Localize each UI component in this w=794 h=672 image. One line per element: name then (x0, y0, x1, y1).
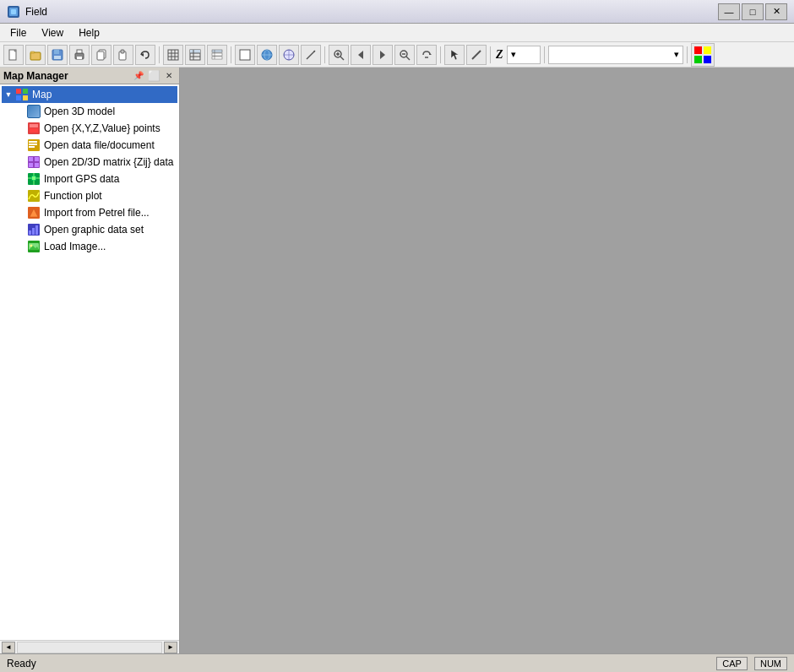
rotate-button[interactable] (416, 45, 437, 65)
toolbar-separator-4 (440, 46, 441, 63)
scroll-left-button[interactable]: ◄ (2, 642, 15, 653)
num-indicator: NUM (754, 657, 787, 670)
tree-item-loadimage[interactable]: Load Image... (2, 238, 177, 255)
data-icon (27, 138, 41, 152)
scroll-right-button[interactable]: ► (164, 642, 177, 653)
tree-scrollbar: ◄ ► (0, 640, 179, 653)
tree-item-open3d[interactable]: Open 3D model (2, 103, 177, 120)
cap-indicator: CAP (716, 657, 748, 670)
loadimage-label: Load Image... (44, 241, 106, 252)
menu-view[interactable]: View (35, 25, 70, 41)
title-bar: Field — □ ✕ (0, 0, 794, 24)
svg-rect-8 (54, 50, 59, 54)
table-button[interactable] (185, 45, 205, 65)
svg-rect-70 (29, 157, 33, 161)
tree-root-label: Map (32, 89, 52, 100)
svg-rect-32 (240, 50, 250, 60)
open-dropdown-button[interactable] (25, 45, 46, 65)
copy-button[interactable] (91, 45, 111, 65)
tree-item-graphic[interactable]: Open graphic data set (2, 221, 177, 238)
select-button[interactable] (394, 45, 415, 65)
svg-rect-73 (35, 163, 39, 167)
view-globe-button[interactable] (257, 45, 277, 65)
toolbar-separator-5 (490, 46, 491, 63)
float-button[interactable]: ⬜ (147, 69, 160, 82)
color-grid-button[interactable] (691, 43, 715, 67)
tree-item-data[interactable]: Open data file/document (2, 137, 177, 154)
loadimage-icon (27, 240, 41, 253)
map-tree-icon (15, 88, 29, 101)
tree-item-funcplot[interactable]: Function plot (2, 187, 177, 204)
petrel-label: Import from Petrel file... (44, 207, 150, 219)
leaf-spacer (15, 106, 25, 117)
list-button[interactable] (207, 45, 227, 65)
tree-root-map[interactable]: ▼ Map (2, 86, 177, 103)
save-button[interactable] (47, 45, 68, 65)
svg-line-42 (340, 57, 344, 60)
xyz-label: Open {X,Y,Z,Value} points (44, 122, 160, 134)
svg-line-48 (406, 57, 410, 60)
expand-icon[interactable]: ▼ (3, 89, 14, 100)
open3d-label: Open 3D model (44, 106, 115, 117)
svg-rect-12 (77, 57, 82, 59)
pan-right-button[interactable] (373, 45, 393, 65)
zoom-in-button[interactable] (329, 45, 349, 65)
svg-rect-24 (190, 50, 200, 53)
svg-rect-18 (168, 50, 178, 60)
print-button[interactable] (69, 45, 90, 65)
toolbar-separator-3 (324, 46, 325, 63)
undo-button[interactable] (135, 45, 155, 65)
svg-line-39 (307, 51, 315, 59)
svg-rect-72 (29, 163, 33, 167)
map-manager-header: Map Manager 📌 ⬜ ✕ (0, 68, 179, 84)
graphic-icon (27, 223, 41, 236)
svg-rect-28 (212, 50, 222, 52)
svg-rect-67 (29, 144, 37, 145)
pin-button[interactable]: 📌 (132, 69, 145, 82)
close-button[interactable]: ✕ (765, 3, 787, 20)
mm-close-button[interactable]: ✕ (162, 69, 176, 82)
svg-rect-85 (32, 228, 35, 235)
main-area: Map Manager 📌 ⬜ ✕ ▼ (0, 68, 794, 653)
svg-line-53 (472, 51, 481, 59)
tree-item-matrix[interactable]: Open 2D/3D matrix {Zij} data (2, 154, 177, 171)
svg-rect-14 (97, 51, 104, 60)
svg-rect-68 (29, 146, 35, 148)
layer-dropdown[interactable]: ▾ (548, 46, 683, 64)
toolbar: Z ▾ ▾ (0, 42, 794, 68)
svg-rect-55 (704, 46, 711, 54)
new-button[interactable] (3, 45, 24, 65)
cursor-button[interactable] (444, 45, 465, 65)
open3d-icon (27, 105, 41, 118)
menu-file[interactable]: File (3, 25, 33, 41)
svg-point-75 (31, 176, 36, 181)
tree-item-gps[interactable]: Import GPS data (2, 171, 177, 187)
xyz-icon (27, 122, 41, 135)
pan-left-button[interactable] (351, 45, 371, 65)
line-tool-button[interactable] (466, 45, 487, 65)
tree-area: ▼ Map Open 3D model (0, 84, 179, 640)
canvas-area[interactable] (180, 68, 794, 653)
scroll-track[interactable] (17, 642, 162, 653)
tree-item-xyz[interactable]: Open {X,Y,Z,Value} points (2, 120, 177, 137)
view-normal-button[interactable] (235, 45, 255, 65)
svg-rect-86 (35, 225, 38, 235)
grid-button[interactable] (163, 45, 183, 65)
paste-button[interactable] (113, 45, 133, 65)
svg-rect-30 (212, 57, 222, 59)
matrix-icon (27, 155, 41, 169)
view-map-button[interactable] (279, 45, 299, 65)
maximize-button[interactable]: □ (742, 3, 764, 20)
svg-marker-46 (380, 51, 385, 59)
menu-help[interactable]: Help (72, 25, 106, 41)
toolbar-separator-1 (159, 46, 160, 63)
scale-button[interactable] (301, 45, 321, 65)
tree-item-petrel[interactable]: Import from Petrel file... (2, 204, 177, 221)
svg-rect-63 (30, 124, 38, 127)
svg-rect-58 (16, 89, 21, 94)
svg-rect-9 (54, 56, 61, 59)
minimize-button[interactable]: — (718, 3, 740, 20)
petrel-icon (27, 206, 41, 219)
status-indicators: CAP NUM (716, 657, 787, 670)
z-dropdown[interactable]: ▾ (507, 46, 541, 64)
